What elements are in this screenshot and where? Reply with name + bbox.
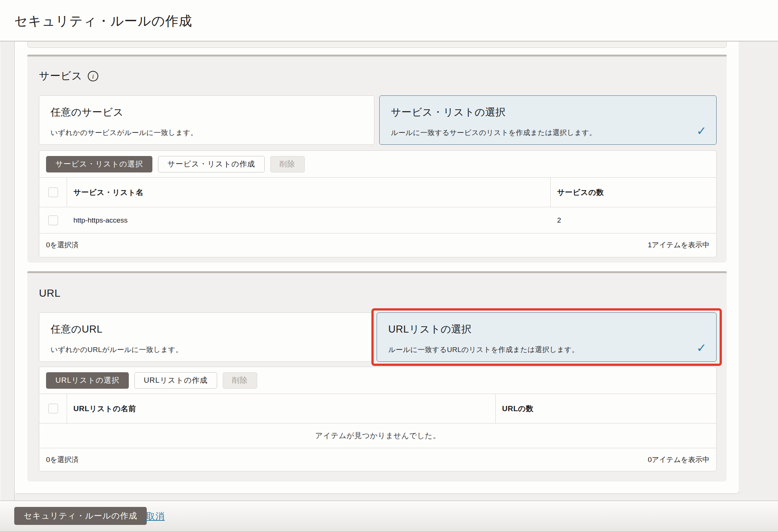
- select-all-checkbox[interactable]: [48, 187, 58, 197]
- delete-url-list-button[interactable]: 削除: [223, 372, 257, 389]
- row-checkbox[interactable]: [48, 215, 58, 225]
- service-count: 2: [557, 216, 561, 224]
- column-header-service-count: サービスの数: [557, 187, 604, 198]
- select-service-list-button[interactable]: サービス・リストの選択: [46, 156, 152, 172]
- select-all-checkbox[interactable]: [48, 404, 58, 413]
- service-table-footer: 0を選択済 1アイテムを表示中: [39, 233, 716, 257]
- service-list-table-box: サービス・リストの選択 サービス・リストの作成 削除 サービス・リスト名 サービ…: [39, 150, 717, 257]
- column-header-url-list-name: URLリストの名前: [73, 404, 136, 414]
- items-shown-status: 1アイテムを表示中: [648, 240, 709, 250]
- create-security-rule-page: セキュリティ・ルールの作成 サービス i 任意のサービス いずれかのサービスがル…: [0, 0, 778, 532]
- header-count-cell: サービスの数: [551, 178, 716, 207]
- option-title: URLリストの選択: [388, 322, 705, 336]
- column-header-service-list-name: サービス・リスト名: [73, 187, 143, 198]
- option-any-service[interactable]: 任意のサービス いずれかのサービスがルールに一致します。: [39, 95, 374, 145]
- row-count-cell: 2: [551, 207, 716, 233]
- option-description: ルールに一致するサービスのリストを作成または選択します。: [391, 128, 705, 138]
- selected-count-status: 0を選択済: [46, 455, 79, 465]
- section-url: URL 任意のURL いずれかのURLがルールに一致します。 URLリストの選択…: [27, 271, 727, 481]
- url-section-title-text: URL: [39, 287, 61, 299]
- left-edge-sliver: [0, 42, 1, 501]
- option-title: サービス・リストの選択: [391, 106, 705, 119]
- option-description: いずれかのサービスがルールに一致します。: [51, 128, 363, 138]
- service-toolbar: サービス・リストの選択 サービス・リストの作成 削除: [39, 151, 716, 177]
- action-footer: セキュリティ・ルールの作成 取消: [0, 501, 778, 532]
- selected-checkmark-icon: ✓: [696, 342, 706, 354]
- column-header-url-count: URLの数: [502, 404, 534, 414]
- url-section-title: URL: [39, 287, 61, 299]
- selected-checkmark-icon: ✓: [696, 125, 706, 137]
- service-table-header: サービス・リスト名 サービスの数: [39, 177, 716, 207]
- svg-text:i: i: [92, 73, 94, 80]
- info-icon[interactable]: i: [88, 71, 98, 82]
- create-service-list-button[interactable]: サービス・リストの作成: [158, 156, 264, 172]
- section-service: サービス i 任意のサービス いずれかのサービスがルールに一致します。 サービス…: [27, 55, 727, 263]
- option-select-url-list[interactable]: URLリストの選択 ルールに一致するURLのリストを作成または選択します。 ✓: [377, 312, 717, 362]
- page-title: セキュリティ・ルールの作成: [14, 0, 192, 42]
- service-section-title-text: サービス: [39, 69, 82, 83]
- url-list-table-box: URLリストの選択 URLリストの作成 削除 URLリストの名前 URLの数 ア…: [39, 367, 717, 471]
- create-security-rule-button[interactable]: セキュリティ・ルールの作成: [14, 507, 147, 525]
- selected-count-status: 0を選択済: [46, 240, 79, 250]
- select-url-list-button[interactable]: URLリストの選択: [46, 372, 129, 389]
- header-name-cell: URLリストの名前: [67, 394, 496, 423]
- option-description: ルールに一致するURLのリストを作成または選択します。: [388, 345, 705, 355]
- page-header: セキュリティ・ルールの作成: [0, 0, 778, 42]
- row-name-cell: http-https-access: [67, 207, 551, 233]
- row-checkbox-cell: [39, 207, 67, 233]
- url-table-footer: 0を選択済 0アイテムを表示中: [39, 448, 716, 471]
- create-url-list-button[interactable]: URLリストの作成: [134, 372, 217, 389]
- right-page-gutter: [738, 42, 778, 501]
- option-title: 任意のURL: [51, 322, 363, 336]
- header-name-cell: サービス・リスト名: [67, 178, 551, 207]
- delete-service-list-button[interactable]: 削除: [270, 156, 305, 172]
- service-list-name: http-https-access: [73, 216, 128, 224]
- left-page-gutter: [1, 42, 15, 501]
- option-title: 任意のサービス: [51, 106, 363, 119]
- empty-state-message: アイテムが見つかりませんでした。: [39, 424, 716, 448]
- option-any-url[interactable]: 任意のURL いずれかのURLがルールに一致します。: [39, 312, 374, 362]
- content-bottom-gap: [15, 494, 739, 501]
- cancel-link[interactable]: 取消: [146, 501, 165, 531]
- url-toolbar: URLリストの選択 URLリストの作成 削除: [39, 367, 716, 394]
- header-checkbox-cell: [39, 394, 67, 423]
- table-row[interactable]: http-https-access 2: [39, 207, 716, 233]
- url-table-header: URLリストの名前 URLの数: [39, 394, 716, 424]
- items-shown-status: 0アイテムを表示中: [648, 455, 709, 465]
- option-description: いずれかのURLがルールに一致します。: [51, 345, 363, 355]
- header-checkbox-cell: [39, 178, 67, 207]
- previous-section-peek: [27, 42, 727, 48]
- option-select-service-list[interactable]: サービス・リストの選択 ルールに一致するサービスのリストを作成または選択します。…: [379, 95, 717, 145]
- header-count-cell: URLの数: [496, 394, 716, 423]
- service-section-title: サービス i: [39, 69, 98, 83]
